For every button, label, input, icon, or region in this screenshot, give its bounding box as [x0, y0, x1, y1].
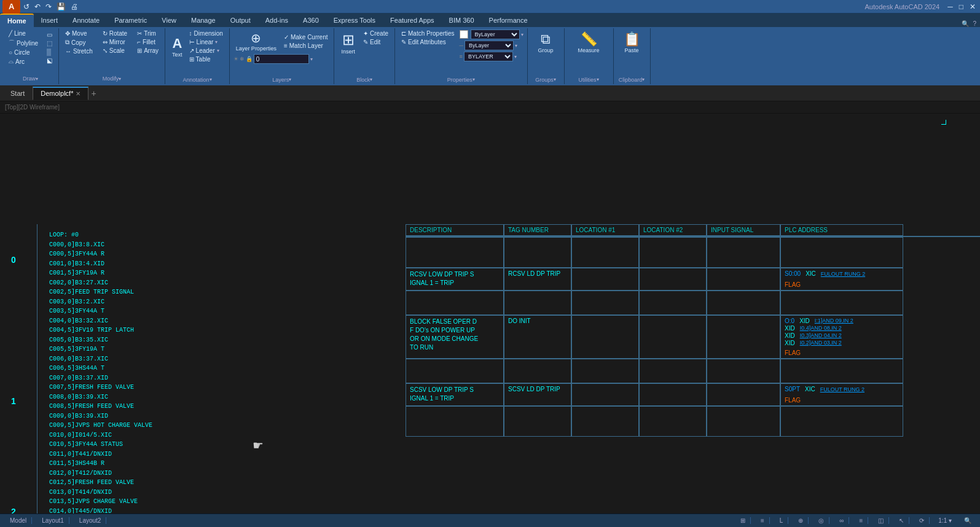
tab-expresstools[interactable]: Express Tools — [326, 14, 383, 27]
insert-button[interactable]: ⊞ Insert — [338, 29, 358, 57]
drawing-area[interactable]: 0 1 2 LOOP: #0 C000,0]B3:8.XIC C000,5]3F… — [0, 114, 980, 513]
status-lineweight[interactable]: ≡ — [854, 517, 868, 524]
layer-dropdown-arrow[interactable]: ▾ — [310, 57, 313, 62]
search-autodesk[interactable]: 🔍 — [962, 20, 969, 27]
linear-dropdown[interactable]: ▾ — [215, 39, 218, 45]
modify-move-button[interactable]: ✥ Move — [63, 29, 95, 37]
ladder-line-10: C004,5]3FV19 TRIP LATCH — [49, 326, 152, 335]
status-polar[interactable]: ⊕ — [793, 517, 809, 524]
new-tab-button[interactable]: + — [88, 88, 98, 98]
utilities-expand-arrow[interactable]: ▾ — [597, 77, 599, 83]
status-layout1[interactable]: Layout1 — [37, 517, 69, 524]
edit-attributes-button[interactable]: ✎ Edit Attributes — [399, 38, 457, 46]
status-transparency[interactable]: ◫ — [873, 517, 889, 524]
group-button[interactable]: ⧉ Group — [535, 29, 557, 55]
draw-expand-arrow[interactable]: ▾ — [36, 76, 38, 82]
ladder-line-17: C008,0]B3:39.XIC — [49, 392, 152, 402]
leader-dropdown[interactable]: ▾ — [217, 48, 219, 53]
lineweight-expand[interactable]: ▾ — [514, 54, 517, 60]
app-menu-button[interactable]: A — [2, 0, 20, 14]
draw-gradient-button[interactable]: ▒ — [44, 48, 53, 56]
tab-output[interactable]: Output — [223, 14, 258, 27]
annotation-text-button[interactable]: A Text — [169, 34, 186, 60]
tab-home[interactable]: Home — [0, 14, 34, 27]
modify-rotate-button[interactable]: ↻ Rotate — [100, 29, 130, 37]
ladder-line-9: C004,0]B3:32.XIC — [49, 316, 152, 326]
draw-circle-button[interactable]: ○ Circle — [6, 49, 33, 57]
window-minimize[interactable]: ─ — [946, 2, 955, 12]
status-annotation-scale[interactable]: 1:1 ▾ — [935, 517, 955, 524]
ladder-line-18: C008,5]FRESH FEED VALVE — [49, 402, 152, 412]
tab-bim360[interactable]: BIM 360 — [442, 14, 482, 27]
tab-manage[interactable]: Manage — [184, 14, 223, 27]
status-osnap[interactable]: ◎ — [813, 517, 829, 524]
status-layout2[interactable]: Layout2 — [74, 517, 107, 524]
clipboard-expand-arrow[interactable]: ▾ — [642, 77, 645, 83]
doc-tab-start[interactable]: Start — [2, 87, 33, 100]
window-close[interactable]: ✕ — [968, 2, 978, 12]
paste-button[interactable]: 📋 Paste — [621, 29, 643, 55]
linetype-dropdown[interactable]: ByLayer — [465, 41, 514, 50]
tab-addins[interactable]: Add-ins — [258, 14, 296, 27]
draw-polyline-button[interactable]: ⌒ Polyline — [6, 38, 41, 48]
window-maximize[interactable]: □ — [957, 2, 965, 12]
status-selection[interactable]: ↖ — [894, 517, 909, 524]
modify-array-button[interactable]: ⊞ Array — [135, 47, 161, 55]
tab-featuredapps[interactable]: Featured Apps — [383, 14, 442, 27]
modify-trim-button[interactable]: ✂ Trim — [135, 29, 161, 37]
modify-copy-button[interactable]: ⧉ Copy — [63, 38, 95, 47]
tab-view[interactable]: View — [154, 14, 184, 27]
modify-fillet-button[interactable]: ⌐ Fillet — [135, 38, 161, 46]
annotation-expand-arrow[interactable]: ▾ — [210, 77, 212, 83]
modify-stretch-button[interactable]: ↔ Stretch — [63, 47, 95, 55]
block-expand-arrow[interactable]: ▾ — [370, 77, 372, 83]
make-current-button[interactable]: ✓ Make Current — [281, 33, 331, 41]
draw-line-button[interactable]: ╱ Line — [6, 29, 28, 37]
modify-mirror-button[interactable]: ⇔ Mirror — [100, 38, 130, 46]
status-gizmo[interactable]: ⟳ — [914, 517, 930, 524]
annotation-linear-button[interactable]: ⊢ Linear ▾ — [187, 38, 225, 46]
tab-a360[interactable]: A360 — [296, 14, 326, 27]
qat-new[interactable]: ↺ — [22, 2, 31, 12]
layer-properties-button[interactable]: ⊕ Layer Properties — [233, 29, 279, 53]
tab-insert[interactable]: Insert — [34, 14, 66, 27]
create-button[interactable]: ✦ Create — [361, 29, 391, 37]
color-expand[interactable]: ▾ — [521, 32, 523, 37]
groups-expand-arrow[interactable]: ▾ — [554, 77, 556, 83]
draw-rect-button[interactable]: ▭ — [44, 31, 55, 39]
draw-arc-button[interactable]: ⌓ Arc — [6, 57, 27, 66]
layers-expand-arrow[interactable]: ▾ — [289, 77, 291, 83]
modify-expand-arrow[interactable]: ▾ — [119, 76, 121, 82]
linetype-expand[interactable]: ▾ — [515, 43, 517, 49]
tab-annotate[interactable]: Annotate — [65, 14, 107, 27]
status-otrack[interactable]: ∞ — [834, 517, 849, 524]
status-ortho[interactable]: L — [775, 517, 789, 524]
measure-button[interactable]: 📏 Measure — [575, 29, 603, 55]
color-dropdown[interactable]: ByLayer — [471, 29, 520, 39]
annotation-leader-button[interactable]: ↗ Leader ▾ — [187, 47, 225, 55]
match-properties-button[interactable]: ⊏ Match Properties — [399, 29, 457, 37]
draw-boundary-button[interactable]: ⬕ — [44, 57, 55, 64]
lineweight-dropdown[interactable]: BYLAYER — [464, 52, 513, 61]
tab-performance[interactable]: Performance — [482, 14, 535, 27]
modify-scale-button[interactable]: ⤡ Scale — [100, 47, 130, 55]
edit-button[interactable]: ✎ Edit — [361, 38, 391, 46]
draw-hatch-button[interactable]: ⬚ — [44, 39, 55, 47]
doc-tab-demolplcf[interactable]: Demolplcf* ✕ — [33, 87, 88, 100]
status-snap[interactable]: ⊞ — [735, 517, 751, 524]
qat-undo[interactable]: ↶ — [33, 2, 42, 12]
status-model[interactable]: Model — [5, 517, 32, 524]
qat-save[interactable]: 💾 — [55, 2, 68, 12]
properties-expand-arrow[interactable]: ▾ — [472, 77, 475, 83]
table-empty-1-2 — [406, 359, 980, 383]
info-icon[interactable]: ? — [973, 20, 976, 27]
qat-print[interactable]: 🖨 — [69, 2, 80, 12]
match-layer-button[interactable]: ≡ Match Layer — [281, 42, 331, 50]
annotation-dimension-button[interactable]: ↕ Dimension — [187, 29, 225, 37]
qat-redo[interactable]: ↷ — [44, 2, 53, 12]
layer-name-input[interactable]: 0 — [254, 54, 309, 64]
tab-parametric[interactable]: Parametric — [107, 14, 154, 27]
doc-tab-close-demolplcf[interactable]: ✕ — [76, 90, 80, 97]
annotation-table-button[interactable]: ⊞ Table — [187, 55, 225, 63]
status-grid[interactable]: ≡ — [756, 517, 770, 524]
